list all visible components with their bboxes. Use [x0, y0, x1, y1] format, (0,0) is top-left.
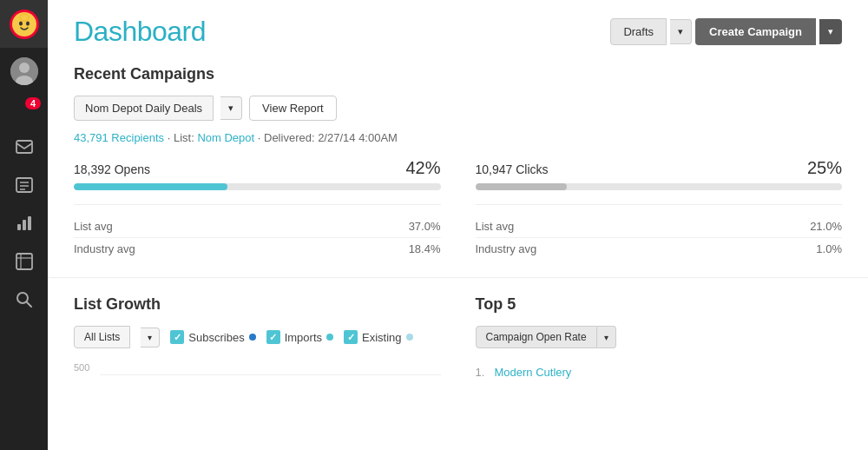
main-content: Dashboard Drafts ▾ Create Campaign ▾ Rec… — [48, 0, 868, 450]
existing-label: Existing — [362, 331, 402, 344]
top5-section: Top 5 Campaign Open Rate ▾ 1. Modern Cut… — [476, 295, 843, 414]
meta-list-prefix: · List: — [168, 131, 194, 144]
subscribes-checkbox-group: Subscribes — [170, 330, 255, 344]
recent-campaigns-section: Recent Campaigns Nom Depot Daily Deals ▾… — [48, 56, 868, 277]
open-rate-arrow[interactable]: ▾ — [597, 326, 616, 348]
sidebar-item-reports[interactable] — [0, 204, 48, 242]
clicks-stat-block: 10,947 Clicks 25% List avg 21.0% Industr… — [476, 158, 843, 260]
create-campaign-button[interactable]: Create Campaign — [695, 18, 816, 45]
campaign-select-button[interactable]: Nom Depot Daily Deals — [74, 96, 214, 121]
create-campaign-dropdown-arrow[interactable]: ▾ — [819, 19, 842, 44]
clicks-industry-avg-val: 1.0% — [816, 242, 842, 255]
all-lists-arrow[interactable]: ▾ — [141, 328, 160, 347]
drafts-dropdown-arrow[interactable]: ▾ — [670, 19, 692, 44]
svg-point-3 — [20, 14, 29, 21]
opens-bar-block: 18,392 Opens 42% — [74, 158, 441, 205]
svg-rect-15 — [16, 254, 32, 269]
sidebar-item-automations[interactable] — [0, 242, 48, 281]
imports-checkbox[interactable] — [266, 330, 280, 344]
campaign-controls: Nom Depot Daily Deals ▾ View Report — [74, 96, 842, 121]
svg-line-19 — [27, 302, 31, 307]
imports-dot — [326, 334, 333, 341]
sidebar: 4 — [0, 0, 48, 450]
svg-rect-13 — [23, 220, 26, 230]
imports-checkbox-group: Imports — [266, 330, 333, 344]
opens-stat-block: 18,392 Opens 42% List avg 37.0% Industry… — [74, 158, 441, 260]
svg-point-5 — [19, 63, 30, 73]
list-growth-title: List Growth — [74, 295, 441, 314]
opens-industry-avg-val: 18.4% — [409, 242, 441, 255]
campaign-select-arrow[interactable]: ▾ — [220, 96, 242, 120]
clicks-pct: 25% — [807, 158, 842, 178]
list-name-link[interactable]: Nom Depot — [197, 131, 254, 144]
opens-progress-fill — [74, 183, 227, 190]
clicks-bar-block: 10,947 Clicks 25% — [476, 158, 843, 205]
campaign-meta: 43,791 Recipients · List: Nom Depot · De… — [74, 131, 842, 144]
bottom-section: List Growth All Lists ▾ Subscribes Impor… — [48, 287, 868, 414]
list-growth-controls: All Lists ▾ Subscribes Imports Existing — [74, 326, 441, 348]
opens-industry-avg-row: Industry avg 18.4% — [74, 238, 441, 260]
user-avatar-area[interactable] — [0, 50, 48, 93]
opens-progress-bg — [74, 183, 441, 190]
clicks-list-avg-val: 21.0% — [810, 220, 842, 233]
meta-delivered: · Delivered: 2/27/14 4:00AM — [258, 131, 398, 144]
subscribes-label: Subscribes — [188, 331, 244, 344]
view-report-button[interactable]: View Report — [249, 96, 337, 121]
chart-gridline — [100, 374, 441, 375]
opens-industry-avg-label: Industry avg — [74, 242, 135, 255]
clicks-list-avg-row: List avg 21.0% — [476, 215, 843, 238]
opens-list-avg-label: List avg — [74, 220, 113, 233]
top5-title: Top 5 — [476, 295, 843, 314]
top5-controls: Campaign Open Rate ▾ — [476, 326, 843, 348]
svg-rect-7 — [16, 141, 32, 153]
imports-label: Imports — [285, 331, 322, 344]
sidebar-item-search[interactable] — [0, 281, 48, 319]
list-growth-chart: 500 — [74, 362, 441, 414]
top5-num-1: 1. — [476, 366, 490, 379]
drafts-button[interactable]: Drafts — [610, 18, 667, 45]
avatar — [10, 57, 38, 85]
opens-list-avg-val: 37.0% — [409, 220, 441, 233]
sidebar-item-campaigns[interactable] — [0, 128, 48, 166]
list-growth-section: List Growth All Lists ▾ Subscribes Impor… — [74, 295, 441, 414]
logo-area — [0, 0, 48, 48]
recent-campaigns-title: Recent Campaigns — [74, 65, 842, 83]
page-title: Dashboard — [74, 16, 206, 48]
section-divider — [48, 277, 868, 278]
recipients-link[interactable]: 43,791 Recipients — [74, 131, 164, 144]
svg-point-18 — [17, 293, 28, 303]
clicks-list-avg-label: List avg — [476, 220, 515, 233]
opens-pct: 42% — [405, 158, 440, 178]
opens-list-avg-row: List avg 37.0% — [74, 215, 441, 238]
existing-checkbox-group: Existing — [344, 330, 413, 344]
clicks-industry-avg-label: Industry avg — [476, 242, 537, 255]
existing-dot — [406, 334, 413, 341]
subscribes-checkbox[interactable] — [170, 330, 184, 344]
svg-point-2 — [26, 21, 30, 25]
clicks-stat-header: 10,947 Clicks 25% — [476, 158, 843, 178]
notification-count: 4 — [25, 97, 41, 109]
chart-y-label-500: 500 — [74, 362, 89, 373]
notification-badge-area[interactable]: 4 — [0, 93, 48, 128]
existing-checkbox[interactable] — [344, 330, 358, 344]
header: Dashboard Drafts ▾ Create Campaign ▾ — [48, 0, 868, 56]
mailchimp-logo — [10, 10, 39, 39]
svg-rect-12 — [17, 224, 21, 230]
clicks-industry-avg-row: Industry avg 1.0% — [476, 238, 843, 260]
clicks-progress-bg — [476, 183, 843, 190]
sidebar-item-lists[interactable] — [0, 166, 48, 204]
clicks-label: 10,947 Clicks — [476, 162, 549, 176]
clicks-progress-fill — [476, 183, 568, 190]
header-actions: Drafts ▾ Create Campaign ▾ — [610, 18, 842, 45]
stats-grid: 18,392 Opens 42% List avg 37.0% Industry… — [74, 158, 842, 260]
all-lists-button[interactable]: All Lists — [74, 326, 130, 348]
opens-label: 18,392 Opens — [74, 162, 150, 176]
subscribes-dot — [249, 334, 256, 341]
open-rate-button[interactable]: Campaign Open Rate — [476, 326, 597, 348]
top5-link-1[interactable]: Modern Cutlery — [495, 366, 572, 379]
opens-stat-header: 18,392 Opens 42% — [74, 158, 441, 178]
svg-point-1 — [19, 21, 23, 25]
svg-rect-14 — [28, 216, 31, 230]
top5-item-1: 1. Modern Cutlery — [476, 361, 843, 384]
